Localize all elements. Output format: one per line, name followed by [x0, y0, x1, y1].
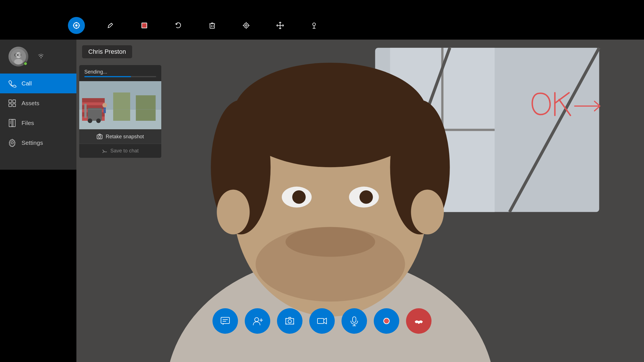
svg-rect-70: [113, 92, 130, 121]
svg-point-41: [11, 142, 13, 144]
annotation-ok: [531, 85, 610, 126]
pointer-tool-button[interactable]: [68, 17, 85, 34]
svg-point-28: [14, 59, 23, 64]
sidebar: Call Assets Files: [0, 40, 76, 170]
sidebar-nav: Call Assets Files: [0, 74, 76, 153]
svg-point-15: [244, 23, 248, 28]
svg-rect-32: [9, 100, 12, 103]
svg-point-73: [88, 118, 92, 123]
chat-button[interactable]: [212, 308, 238, 334]
sidebar-files-label: Files: [22, 120, 34, 126]
svg-rect-34: [9, 104, 12, 107]
svg-point-92: [288, 320, 291, 323]
svg-rect-35: [13, 104, 16, 107]
call-controls: [212, 308, 432, 334]
svg-point-74: [96, 118, 101, 123]
save-label: Save to chat: [110, 148, 139, 154]
avatar: [8, 47, 28, 66]
save-to-chat-button[interactable]: Save to chat: [79, 144, 161, 158]
svg-point-23: [313, 23, 315, 26]
snapshot-panel: Sending...: [79, 65, 161, 158]
undo-button[interactable]: [170, 17, 187, 34]
snapshot-button[interactable]: [277, 308, 302, 334]
pin-button[interactable]: [306, 17, 323, 34]
svg-line-6: [109, 23, 111, 25]
add-person-button[interactable]: [245, 308, 270, 334]
caller-name: Chris Preston: [88, 48, 126, 55]
delete-button[interactable]: [204, 17, 221, 34]
svg-point-76: [102, 103, 107, 107]
end-call-button[interactable]: [406, 308, 432, 334]
svg-rect-93: [317, 318, 324, 324]
target-button[interactable]: [238, 17, 255, 34]
svg-rect-7: [142, 23, 147, 28]
toolbar: [68, 17, 323, 34]
svg-rect-67: [82, 98, 105, 102]
svg-point-88: [255, 318, 259, 322]
sidebar-call-label: Call: [22, 80, 32, 87]
svg-rect-85: [221, 317, 229, 324]
sidebar-item-call[interactable]: Call: [0, 74, 76, 93]
snapshot-image: [79, 81, 161, 129]
svg-rect-71: [136, 95, 156, 121]
move-button[interactable]: [272, 17, 289, 34]
svg-point-16: [245, 25, 247, 26]
progress-track: [84, 76, 156, 77]
retake-label: Retake snapshot: [106, 134, 144, 140]
svg-rect-37: [12, 119, 15, 127]
svg-rect-94: [353, 317, 356, 322]
sending-status: Sending...: [79, 65, 161, 76]
sidebar-item-assets[interactable]: Assets: [0, 93, 76, 113]
sidebar-settings-label: Settings: [22, 139, 43, 146]
sidebar-top-row: [0, 42, 76, 71]
svg-point-1: [76, 25, 77, 26]
svg-rect-81: [99, 134, 100, 135]
mute-button[interactable]: [342, 308, 367, 334]
wifi-icon: [37, 52, 45, 61]
sidebar-item-settings[interactable]: Settings: [0, 133, 76, 153]
online-indicator: [23, 62, 27, 66]
svg-point-80: [98, 136, 101, 138]
sidebar-assets-label: Assets: [22, 100, 39, 107]
svg-point-27: [16, 52, 21, 58]
retake-snapshot-button[interactable]: Retake snapshot: [79, 129, 161, 144]
progress-fill: [84, 76, 131, 77]
svg-rect-75: [84, 104, 87, 118]
caller-name-badge: Chris Preston: [82, 45, 132, 58]
sidebar-item-files[interactable]: Files: [0, 113, 76, 133]
pen-tool-button[interactable]: [102, 17, 119, 34]
shape-tool-button[interactable]: [136, 17, 153, 34]
svg-rect-77: [104, 107, 106, 113]
svg-rect-36: [9, 119, 13, 127]
svg-rect-8: [210, 24, 214, 28]
video-button[interactable]: [309, 308, 335, 334]
svg-rect-33: [13, 100, 16, 103]
record-button[interactable]: [374, 308, 399, 334]
